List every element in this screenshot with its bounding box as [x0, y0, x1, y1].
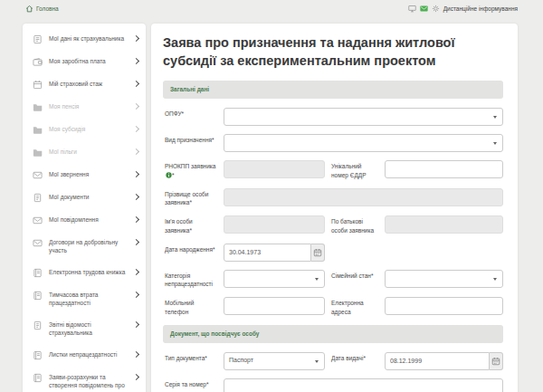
sidebar-item-label: Заяви-розрахунки та створення повідомлен… — [49, 373, 134, 390]
sidebar-item-label: Мої дані як страхувальника — [49, 34, 134, 43]
mail-icon[interactable] — [420, 5, 428, 13]
required-asterisk: * — [182, 110, 185, 117]
series-number-label: Серія та номер* — [165, 378, 217, 389]
birth-date-label: Дата народження* — [165, 244, 217, 254]
section-identity-document: Документ, що посвідчує особу — [163, 325, 503, 343]
sidebar-item-my-benefits[interactable]: Мої пільги — [23, 141, 146, 164]
sidebar-item-label: Моя пенсія — [49, 102, 134, 110]
opfu-select[interactable] — [224, 108, 503, 126]
document-icon — [33, 320, 43, 330]
disability-category-select[interactable] — [224, 270, 325, 288]
sidebar-item-label: Моя заробітна плата — [49, 57, 134, 65]
email-input[interactable] — [385, 297, 503, 315]
chevron-right-icon — [133, 216, 139, 223]
sidebar-item-label: Мої повідомлення — [49, 215, 134, 224]
rnokpp-input — [224, 160, 325, 178]
required-asterisk: * — [213, 246, 215, 253]
email-label: Електронна адреса — [331, 297, 378, 317]
chevron-right-icon — [133, 171, 139, 177]
sidebar-item-my-subsidy[interactable]: Моя субсидія — [23, 119, 146, 141]
form-row: Прізвище особи заявника* — [165, 188, 503, 208]
sidebar-item-insurer-reports[interactable]: Звітні відомості страхувальника — [23, 314, 146, 344]
folder-icon — [33, 102, 43, 112]
sidebar-item-label: Листки непрацездатності — [49, 350, 134, 359]
disability-category-label: Категорія непрацездатності — [165, 270, 217, 290]
chevron-right-icon — [133, 35, 139, 42]
book-icon — [33, 268, 43, 278]
eddr-input[interactable] — [385, 160, 503, 178]
birth-date-input[interactable] — [224, 244, 311, 262]
book-icon — [33, 350, 43, 360]
required-asterisk: * — [363, 355, 366, 361]
calendar-icon[interactable] — [311, 244, 325, 262]
sidebar-item-label: Мої звернення — [49, 170, 134, 178]
sidebar-item-label: Електронна трудова книжка — [49, 268, 134, 276]
issue-date-input[interactable] — [385, 352, 490, 370]
appointment-type-label: Вид призначення* — [165, 134, 217, 145]
mobile-phone-input[interactable] — [224, 297, 325, 315]
last-name-label: Прізвище особи заявника* — [165, 188, 217, 208]
birth-date-group — [224, 244, 325, 262]
home-icon — [25, 5, 33, 13]
chevron-right-icon — [133, 292, 139, 298]
chevron-right-icon — [133, 148, 139, 155]
sidebar-item-voluntary-contracts[interactable]: Договори на добровільну участь — [23, 232, 146, 262]
sidebar-item-my-appeals[interactable]: Мої звернення — [23, 164, 146, 186]
sidebar-item-label: Моя субсидія — [49, 125, 134, 133]
marital-status-select[interactable] — [385, 270, 503, 288]
form-row: ОПФУ* — [165, 108, 503, 126]
sidebar-item-label: Договори на добровільну участь — [49, 238, 134, 255]
form-row: Вид призначення* — [165, 134, 503, 152]
topbar: Головна Дистанційне інформування — [0, 0, 543, 14]
sidebar: Мої дані як страхувальника Моя заробітна… — [23, 24, 146, 392]
chevron-right-icon — [133, 103, 139, 110]
envelope-icon — [33, 170, 43, 180]
sidebar-item-my-pension[interactable]: Моя пенсія — [23, 96, 146, 119]
sidebar-item-my-insurer-data[interactable]: Мої дані як страхувальника — [23, 28, 146, 51]
required-asterisk: * — [189, 227, 192, 234]
sidebar-item-label: Тимчасова втрата працездатності — [49, 291, 134, 308]
mobile-phone-label: Мобільний телефон — [165, 297, 217, 317]
sidebar-item-sick-leave-certificates[interactable]: Листки непрацездатності — [23, 344, 146, 367]
form-row: Серія та номер* — [165, 378, 503, 392]
chevron-right-icon — [133, 239, 139, 245]
chevron-right-icon — [133, 269, 139, 275]
form-row: РНОКПП заявника * Унікальний номер ЄДДР — [165, 160, 503, 180]
info-icon[interactable] — [166, 172, 172, 178]
remote-info-link[interactable]: Дистанційне інформування — [443, 5, 518, 12]
sidebar-item-my-documents[interactable]: Мої документи — [23, 186, 146, 209]
folder-icon — [33, 125, 43, 135]
required-asterisk: * — [212, 137, 214, 143]
gear-icon[interactable] — [432, 5, 440, 13]
book-icon — [33, 373, 43, 383]
page-title: Заява про призначення та надання житлово… — [163, 34, 503, 70]
chevron-right-icon — [133, 126, 139, 132]
sidebar-item-applications-calculations[interactable]: Заяви-розрахунки та створення повідомлен… — [23, 367, 146, 392]
sidebar-item-electronic-work-book[interactable]: Електронна трудова книжка — [23, 262, 146, 284]
doc-type-select[interactable]: Паспорт — [224, 352, 325, 370]
form-row: Категорія непрацездатності Сімейний стан… — [165, 270, 503, 290]
sidebar-item-my-notifications[interactable]: Мої повідомлення — [23, 209, 146, 232]
series-number-input[interactable] — [224, 378, 503, 392]
topbar-right: Дистанційне інформування — [408, 5, 518, 13]
sidebar-item-label: Мої пільги — [49, 148, 134, 156]
required-asterisk: * — [205, 355, 207, 361]
calendar-icon — [33, 80, 43, 90]
chevron-right-icon — [133, 373, 139, 379]
chevron-right-icon — [133, 350, 139, 357]
eddr-label: Унікальний номер ЄДДР — [331, 160, 378, 180]
appointment-type-select[interactable] — [224, 134, 503, 152]
last-name-input — [224, 188, 503, 206]
book-icon — [33, 291, 43, 301]
middle-name-label: По батькові особи заявника — [331, 215, 378, 235]
home-link[interactable]: Головна — [25, 5, 59, 13]
form-row: Ім'я особи заявника* По батькові особи з… — [165, 215, 503, 235]
sidebar-item-my-salary[interactable]: Моя заробітна плата — [23, 51, 146, 73]
sidebar-item-label: Мій страховий стаж — [49, 80, 134, 88]
monitor-icon[interactable] — [408, 5, 416, 13]
calendar-icon[interactable] — [490, 352, 503, 370]
home-label: Головна — [36, 5, 59, 12]
sidebar-item-my-insurance-record[interactable]: Мій страховий стаж — [23, 73, 146, 96]
sidebar-item-temporary-disability[interactable]: Тимчасова втрата працездатності — [23, 284, 146, 314]
sidebar-item-label: Мої документи — [49, 193, 134, 201]
